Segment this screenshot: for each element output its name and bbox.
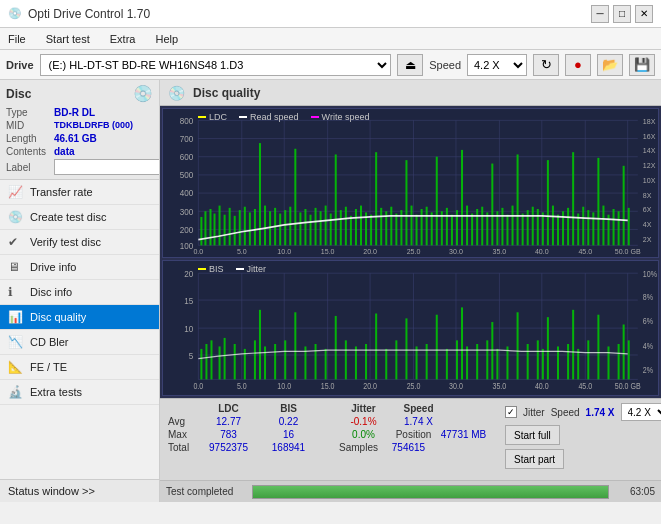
drive-label: Drive [6,59,34,71]
eject-button[interactable]: ⏏ [397,54,423,76]
start-full-button[interactable]: Start full [505,425,560,445]
disc-label-input[interactable] [54,159,160,175]
svg-rect-106 [491,164,493,246]
svg-rect-208 [527,344,529,379]
menu-start-test[interactable]: Start test [42,31,94,47]
svg-rect-86 [390,207,392,246]
svg-rect-79 [355,209,357,245]
svg-text:0.0: 0.0 [193,381,203,391]
sidebar-item-verify-test-disc[interactable]: ✔ Verify test disc [0,230,159,255]
minimize-button[interactable]: ─ [591,5,609,23]
svg-text:15.0: 15.0 [321,381,335,391]
svg-rect-80 [360,206,362,246]
svg-text:45.0: 45.0 [578,381,592,391]
svg-text:20.0: 20.0 [363,247,377,257]
svg-rect-209 [537,340,539,379]
sidebar-item-cd-bler[interactable]: 📉 CD Bler [0,330,159,355]
svg-rect-90 [411,206,413,246]
verify-test-disc-label: Verify test disc [30,236,101,248]
chart1-area: LDC Read speed Write speed [162,108,659,258]
svg-rect-117 [547,160,549,245]
sidebar-item-transfer-rate[interactable]: 📈 Transfer rate [0,180,159,205]
svg-rect-218 [607,346,609,379]
svg-rect-121 [567,208,569,245]
svg-rect-62 [269,211,271,245]
speed-select[interactable]: 4.2 X [467,54,527,76]
progress-bar-container [252,485,609,499]
svg-rect-186 [325,349,327,380]
record-button[interactable]: ● [565,54,591,76]
max-jitter: 0.0% [336,429,391,440]
svg-rect-214 [572,310,574,380]
avg-speed: 1.74 X [391,416,446,427]
svg-rect-130 [613,209,615,245]
close-button[interactable]: ✕ [635,5,653,23]
sidebar-item-drive-info[interactable]: 🖥 Drive info [0,255,159,280]
maximize-button[interactable]: □ [613,5,631,23]
svg-rect-115 [537,209,539,245]
refresh-button[interactable]: ↻ [533,54,559,76]
speed-stat-select[interactable]: 4.2 X [621,403,661,421]
sidebar-item-fe-te[interactable]: 📐 FE / TE [0,355,159,380]
status-window-label: Status window >> [8,485,95,497]
disc-type-label: Type [6,107,51,118]
svg-rect-64 [279,214,281,246]
save-button[interactable]: 💾 [629,54,655,76]
menu-file[interactable]: File [4,31,30,47]
status-text: Test completed [166,486,246,497]
svg-rect-196 [426,344,428,379]
verify-test-disc-icon: ✔ [8,235,24,249]
sidebar-item-disc-info[interactable]: ℹ Disc info [0,280,159,305]
drive-info-label: Drive info [30,261,76,273]
svg-text:8%: 8% [643,292,653,302]
sidebar-item-disc-quality[interactable]: 📊 Disc quality [0,305,159,330]
sidebar-item-create-test-disc[interactable]: 💿 Create test disc [0,205,159,230]
svg-rect-98 [451,215,453,246]
svg-rect-73 [325,206,327,246]
start-part-button[interactable]: Start part [505,449,564,469]
progress-area: Test completed 63:05 [160,480,661,502]
svg-rect-204 [491,322,493,379]
drive-select[interactable]: (E:) HL-DT-ST BD-RE WH16NS48 1.D3 [40,54,392,76]
disc-mid-row: MID TDKBLDRFB (000) [6,120,153,131]
svg-text:200: 200 [180,224,194,235]
svg-rect-127 [597,158,599,245]
legend-jitter: Jitter [236,264,267,274]
svg-rect-191 [375,313,377,379]
svg-rect-50 [209,209,211,245]
svg-rect-116 [542,212,544,245]
fe-te-label: FE / TE [30,361,67,373]
disc-label-key: Label [6,162,51,173]
sidebar-item-extra-tests[interactable]: 🔬 Extra tests [0,380,159,405]
extra-tests-icon: 🔬 [8,385,24,399]
svg-text:2%: 2% [643,365,653,375]
open-button[interactable]: 📂 [597,54,623,76]
svg-rect-82 [370,215,372,246]
svg-rect-211 [547,317,549,379]
jitter-checkbox[interactable]: ✓ [505,406,517,418]
menu-help[interactable]: Help [151,31,182,47]
content-area: 💿 Disc quality LDC Read speed [160,80,661,502]
svg-rect-201 [466,346,468,379]
svg-rect-95 [436,157,438,246]
svg-rect-187 [335,316,337,379]
status-window-button[interactable]: Status window >> [0,479,159,502]
jitter-dot [236,268,244,270]
menu-extra[interactable]: Extra [106,31,140,47]
chart2-area: BIS Jitter [162,260,659,396]
progress-bar-fill [253,486,608,498]
svg-rect-83 [375,152,377,245]
max-bis: 16 [261,429,316,440]
svg-text:35.0: 35.0 [493,381,507,391]
max-label: Max [168,429,196,440]
svg-rect-194 [405,318,407,379]
cd-bler-label: CD Bler [30,336,69,348]
svg-rect-219 [618,344,620,379]
svg-rect-178 [254,340,256,379]
svg-rect-84 [380,208,382,245]
svg-rect-65 [284,210,286,245]
ldc-dot [198,116,206,118]
svg-text:8X: 8X [643,190,652,200]
svg-rect-97 [446,208,448,245]
svg-rect-190 [365,344,367,379]
